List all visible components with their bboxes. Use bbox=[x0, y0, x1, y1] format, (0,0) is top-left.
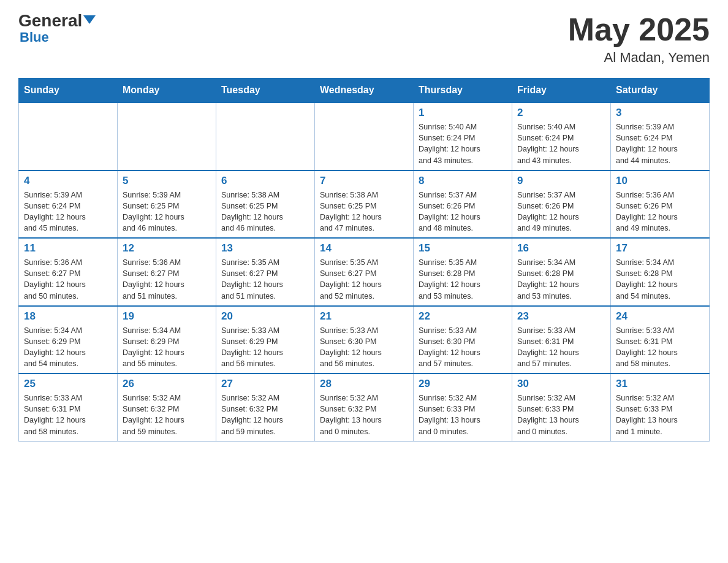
day-number: 8 bbox=[419, 175, 507, 187]
week-row-3: 11Sunrise: 5:36 AMSunset: 6:27 PMDayligh… bbox=[19, 238, 710, 306]
day-number: 14 bbox=[320, 242, 408, 255]
calendar-cell-2-1: 12Sunrise: 5:36 AMSunset: 6:27 PMDayligh… bbox=[118, 238, 216, 306]
calendar-cell-0-3 bbox=[315, 102, 414, 170]
calendar-cell-4-3: 28Sunrise: 5:32 AMSunset: 6:32 PMDayligh… bbox=[315, 373, 414, 441]
day-number: 21 bbox=[320, 310, 408, 323]
calendar-cell-1-6: 10Sunrise: 5:36 AMSunset: 6:26 PMDayligh… bbox=[611, 170, 710, 239]
calendar-cell-3-2: 20Sunrise: 5:33 AMSunset: 6:29 PMDayligh… bbox=[216, 306, 315, 374]
day-info: Sunrise: 5:40 AMSunset: 6:24 PMDaylight:… bbox=[517, 121, 605, 166]
day-info: Sunrise: 5:34 AMSunset: 6:29 PMDaylight:… bbox=[24, 325, 112, 370]
calendar-cell-3-6: 24Sunrise: 5:33 AMSunset: 6:31 PMDayligh… bbox=[611, 306, 710, 374]
week-row-5: 25Sunrise: 5:33 AMSunset: 6:31 PMDayligh… bbox=[19, 373, 710, 441]
day-number: 19 bbox=[123, 310, 211, 323]
title-section: May 2025 Al Madan, Yemen bbox=[568, 12, 710, 66]
day-number: 20 bbox=[221, 310, 309, 323]
calendar-cell-4-2: 27Sunrise: 5:32 AMSunset: 6:32 PMDayligh… bbox=[216, 373, 315, 441]
day-number: 17 bbox=[616, 242, 704, 255]
day-info: Sunrise: 5:34 AMSunset: 6:28 PMDaylight:… bbox=[616, 257, 704, 302]
calendar-cell-2-5: 16Sunrise: 5:34 AMSunset: 6:28 PMDayligh… bbox=[512, 238, 611, 306]
day-number: 4 bbox=[24, 175, 112, 187]
day-number: 7 bbox=[320, 175, 408, 187]
day-info: Sunrise: 5:35 AMSunset: 6:28 PMDaylight:… bbox=[419, 257, 507, 302]
day-info: Sunrise: 5:33 AMSunset: 6:29 PMDaylight:… bbox=[221, 325, 309, 370]
day-info: Sunrise: 5:35 AMSunset: 6:27 PMDaylight:… bbox=[221, 257, 309, 302]
day-number: 3 bbox=[616, 107, 704, 119]
day-number: 23 bbox=[517, 310, 605, 323]
logo-blue: Blue bbox=[20, 29, 49, 45]
logo-triangle-icon bbox=[83, 15, 96, 24]
day-number: 6 bbox=[221, 175, 309, 187]
day-number: 18 bbox=[24, 310, 112, 323]
day-number: 26 bbox=[123, 378, 211, 390]
day-info: Sunrise: 5:37 AMSunset: 6:26 PMDaylight:… bbox=[517, 190, 605, 234]
calendar-cell-4-5: 30Sunrise: 5:32 AMSunset: 6:33 PMDayligh… bbox=[512, 373, 611, 441]
day-info: Sunrise: 5:39 AMSunset: 6:25 PMDaylight:… bbox=[123, 190, 211, 234]
header-wednesday: Wednesday bbox=[315, 79, 414, 103]
calendar-title: May 2025 bbox=[568, 12, 710, 47]
day-info: Sunrise: 5:39 AMSunset: 6:24 PMDaylight:… bbox=[24, 190, 112, 234]
day-info: Sunrise: 5:33 AMSunset: 6:30 PMDaylight:… bbox=[419, 325, 507, 370]
day-info: Sunrise: 5:39 AMSunset: 6:24 PMDaylight:… bbox=[616, 121, 704, 166]
header-friday: Friday bbox=[512, 79, 611, 103]
calendar-cell-0-4: 1Sunrise: 5:40 AMSunset: 6:24 PMDaylight… bbox=[414, 102, 512, 170]
day-info: Sunrise: 5:33 AMSunset: 6:31 PMDaylight:… bbox=[517, 325, 605, 370]
calendar-cell-3-1: 19Sunrise: 5:34 AMSunset: 6:29 PMDayligh… bbox=[118, 306, 216, 374]
day-info: Sunrise: 5:32 AMSunset: 6:32 PMDaylight:… bbox=[221, 393, 309, 437]
calendar-cell-4-6: 31Sunrise: 5:32 AMSunset: 6:33 PMDayligh… bbox=[611, 373, 710, 441]
day-number: 22 bbox=[419, 310, 507, 323]
day-number: 16 bbox=[517, 242, 605, 255]
calendar-cell-4-0: 25Sunrise: 5:33 AMSunset: 6:31 PMDayligh… bbox=[19, 373, 118, 441]
calendar-cell-1-0: 4Sunrise: 5:39 AMSunset: 6:24 PMDaylight… bbox=[19, 170, 118, 239]
day-info: Sunrise: 5:34 AMSunset: 6:29 PMDaylight:… bbox=[123, 325, 211, 370]
day-info: Sunrise: 5:32 AMSunset: 6:33 PMDaylight:… bbox=[517, 393, 605, 437]
day-number: 1 bbox=[419, 107, 507, 119]
day-info: Sunrise: 5:36 AMSunset: 6:27 PMDaylight:… bbox=[24, 257, 112, 302]
day-info: Sunrise: 5:35 AMSunset: 6:27 PMDaylight:… bbox=[320, 257, 408, 302]
day-info: Sunrise: 5:32 AMSunset: 6:32 PMDaylight:… bbox=[320, 393, 408, 437]
day-number: 2 bbox=[517, 107, 605, 119]
day-number: 29 bbox=[419, 378, 507, 390]
day-number: 27 bbox=[221, 378, 309, 390]
calendar-cell-2-2: 13Sunrise: 5:35 AMSunset: 6:27 PMDayligh… bbox=[216, 238, 315, 306]
calendar-cell-2-0: 11Sunrise: 5:36 AMSunset: 6:27 PMDayligh… bbox=[19, 238, 118, 306]
calendar-table: Sunday Monday Tuesday Wednesday Thursday… bbox=[18, 78, 710, 442]
day-info: Sunrise: 5:32 AMSunset: 6:32 PMDaylight:… bbox=[123, 393, 211, 437]
day-number: 15 bbox=[419, 242, 507, 255]
day-number: 12 bbox=[123, 242, 211, 255]
calendar-cell-4-1: 26Sunrise: 5:32 AMSunset: 6:32 PMDayligh… bbox=[118, 373, 216, 441]
logo: General Blue bbox=[18, 12, 96, 45]
calendar-cell-0-5: 2Sunrise: 5:40 AMSunset: 6:24 PMDaylight… bbox=[512, 102, 611, 170]
calendar-cell-2-6: 17Sunrise: 5:34 AMSunset: 6:28 PMDayligh… bbox=[611, 238, 710, 306]
week-row-1: 1Sunrise: 5:40 AMSunset: 6:24 PMDaylight… bbox=[19, 102, 710, 170]
logo-general: General bbox=[18, 11, 82, 30]
header-saturday: Saturday bbox=[611, 79, 710, 103]
header-monday: Monday bbox=[118, 79, 216, 103]
calendar-cell-0-1 bbox=[118, 102, 216, 170]
day-number: 24 bbox=[616, 310, 704, 323]
day-number: 28 bbox=[320, 378, 408, 390]
header-sunday: Sunday bbox=[19, 79, 118, 103]
calendar-subtitle: Al Madan, Yemen bbox=[568, 50, 710, 66]
day-number: 31 bbox=[616, 378, 704, 390]
calendar-cell-4-4: 29Sunrise: 5:32 AMSunset: 6:33 PMDayligh… bbox=[414, 373, 512, 441]
calendar-cell-0-2 bbox=[216, 102, 315, 170]
day-info: Sunrise: 5:36 AMSunset: 6:26 PMDaylight:… bbox=[616, 190, 704, 234]
day-info: Sunrise: 5:32 AMSunset: 6:33 PMDaylight:… bbox=[419, 393, 507, 437]
page-header: General Blue May 2025 Al Madan, Yemen bbox=[18, 12, 710, 66]
calendar-cell-1-2: 6Sunrise: 5:38 AMSunset: 6:25 PMDaylight… bbox=[216, 170, 315, 239]
calendar-cell-3-4: 22Sunrise: 5:33 AMSunset: 6:30 PMDayligh… bbox=[414, 306, 512, 374]
calendar-cell-1-4: 8Sunrise: 5:37 AMSunset: 6:26 PMDaylight… bbox=[414, 170, 512, 239]
day-info: Sunrise: 5:40 AMSunset: 6:24 PMDaylight:… bbox=[419, 121, 507, 166]
header-thursday: Thursday bbox=[414, 79, 512, 103]
day-number: 9 bbox=[517, 175, 605, 187]
calendar-cell-0-0 bbox=[19, 102, 118, 170]
day-number: 11 bbox=[24, 242, 112, 255]
day-number: 10 bbox=[616, 175, 704, 187]
day-info: Sunrise: 5:33 AMSunset: 6:31 PMDaylight:… bbox=[24, 393, 112, 437]
calendar-cell-3-5: 23Sunrise: 5:33 AMSunset: 6:31 PMDayligh… bbox=[512, 306, 611, 374]
day-info: Sunrise: 5:33 AMSunset: 6:30 PMDaylight:… bbox=[320, 325, 408, 370]
calendar-cell-0-6: 3Sunrise: 5:39 AMSunset: 6:24 PMDaylight… bbox=[611, 102, 710, 170]
calendar-cell-1-5: 9Sunrise: 5:37 AMSunset: 6:26 PMDaylight… bbox=[512, 170, 611, 239]
day-info: Sunrise: 5:34 AMSunset: 6:28 PMDaylight:… bbox=[517, 257, 605, 302]
calendar-cell-1-3: 7Sunrise: 5:38 AMSunset: 6:25 PMDaylight… bbox=[315, 170, 414, 239]
